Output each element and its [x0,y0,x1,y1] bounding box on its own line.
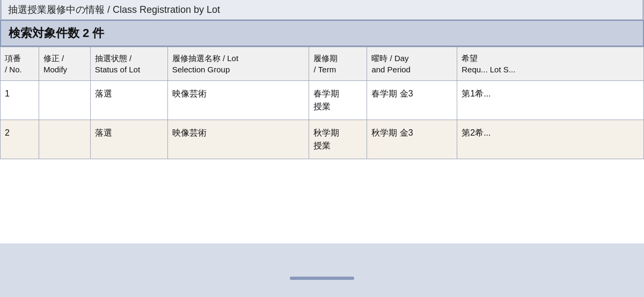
table-row: 2落選映像芸術秋学期授業秋学期 金3第2希... [1,120,644,159]
table-header-row: 項番 / No. 修正 / Modify 抽選状態 / Status of Lo… [1,47,644,81]
col-header-status: 抽選状態 / Status of Lot [90,47,167,81]
col-header-no: 項番 / No. [1,47,39,81]
cell-req: 第2希... [457,120,644,159]
table-body: 1落選映像芸術春学期授業春学期 金3第1希...2落選映像芸術秋学期授業秋学期 … [1,81,644,159]
results-table: 項番 / No. 修正 / Modify 抽選状態 / Status of Lo… [0,47,644,159]
cell-lotname: 映像芸術 [167,81,309,120]
result-count-label: 検索対象件数 2 件 [9,26,104,40]
cell-req: 第1希... [457,81,644,120]
page-title: 抽選授業履修中の情報 / Class Registration by Lot [0,0,644,20]
col-header-day: 曜時 / Day and Period [367,47,457,81]
cell-no: 1 [1,81,39,120]
header-title: 抽選授業履修中の情報 / Class Registration by Lot [8,4,220,15]
cell-modify [39,81,90,120]
cell-no: 2 [1,120,39,159]
page-container: 抽選授業履修中の情報 / Class Registration by Lot 検… [0,0,644,297]
cell-lotname: 映像芸術 [167,120,309,159]
cell-status: 落選 [90,120,167,159]
result-count-bar: 検索対象件数 2 件 [0,20,644,47]
cell-day: 秋学期 金3 [367,120,457,159]
main-content: 抽選授業履修中の情報 / Class Registration by Lot 検… [0,0,644,243]
cell-term: 秋学期授業 [309,120,367,159]
table-wrapper: 項番 / No. 修正 / Modify 抽選状態 / Status of Lo… [0,47,644,243]
col-header-term: 履修期 / Term [309,47,367,81]
scroll-bar[interactable] [290,277,354,280]
col-header-modify: 修正 / Modify [39,47,90,81]
cell-status: 落選 [90,81,167,120]
col-header-lotname: 履修抽選名称 / Lot Selection Group [167,47,309,81]
cell-modify [39,120,90,159]
col-header-req: 希望 Requ... Lot S... [457,47,644,81]
cell-day: 春学期 金3 [367,81,457,120]
cell-term: 春学期授業 [309,81,367,120]
footer-area [0,243,644,286]
table-row: 1落選映像芸術春学期授業春学期 金3第1希... [1,81,644,120]
